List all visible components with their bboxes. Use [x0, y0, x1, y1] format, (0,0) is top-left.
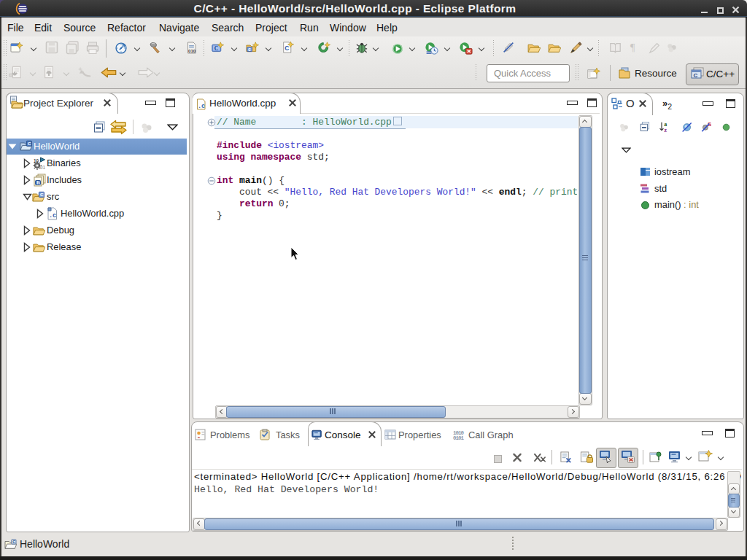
svg-text:C: C [28, 141, 31, 146]
svg-text:.c: .c [49, 212, 56, 219]
svg-text:¶: ¶ [630, 42, 635, 53]
svg-text:C: C [40, 192, 44, 197]
svg-text:0101: 0101 [453, 435, 465, 440]
svg-text:C: C [285, 44, 289, 52]
svg-text:.c: .c [198, 103, 205, 110]
svg-text:h: h [37, 180, 40, 185]
svg-text:z: z [665, 127, 667, 133]
svg-text:010: 010 [188, 48, 196, 53]
svg-text:C: C [214, 45, 219, 52]
svg-text:C: C [694, 72, 698, 79]
svg-text:c: c [248, 47, 251, 52]
svg-text:C: C [12, 540, 15, 544]
